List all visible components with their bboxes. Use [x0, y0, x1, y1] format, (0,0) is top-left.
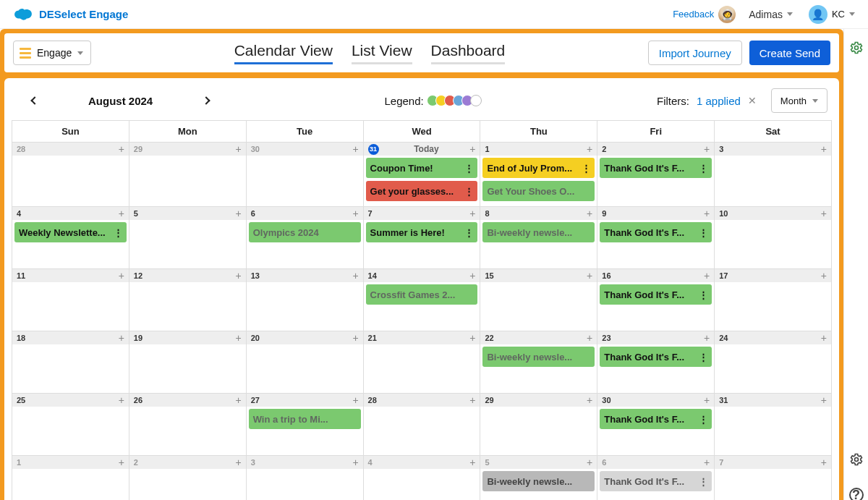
day-cell[interactable]: 3+: [715, 143, 832, 207]
day-cell[interactable]: 8+Bi-weekly newsle...: [480, 207, 597, 269]
calendar-event[interactable]: Thank God It's F...⋮: [600, 471, 712, 491]
add-event-button[interactable]: +: [469, 270, 475, 281]
add-event-button[interactable]: +: [587, 143, 592, 155]
add-event-button[interactable]: +: [821, 394, 827, 406]
calendar-event[interactable]: Olympics 2024: [249, 222, 361, 242]
add-event-button[interactable]: +: [119, 143, 124, 155]
event-menu-icon[interactable]: ⋮: [696, 352, 707, 363]
calendar-event[interactable]: Win a trip to Mi...: [249, 409, 361, 429]
add-event-button[interactable]: +: [704, 270, 710, 281]
add-event-button[interactable]: +: [236, 270, 242, 281]
day-cell[interactable]: 2+Thank God It's F...⋮: [597, 143, 715, 207]
clear-filters-icon[interactable]: ✕: [748, 95, 757, 106]
day-cell[interactable]: 30+: [247, 143, 364, 207]
add-event-button[interactable]: +: [587, 457, 592, 468]
day-cell[interactable]: 31+: [715, 394, 832, 456]
event-menu-icon[interactable]: ⋮: [461, 186, 473, 197]
help-icon[interactable]: ?: [849, 488, 864, 500]
calendar-event[interactable]: Bi-weekly newsle...: [482, 222, 595, 242]
day-cell[interactable]: 7+Summer is Here!⋮: [364, 207, 481, 269]
day-cell[interactable]: 16+Thank God It's F...⋮: [597, 269, 715, 331]
day-cell[interactable]: 22+Bi-weekly newsle...: [480, 331, 597, 394]
event-menu-icon[interactable]: ⋮: [696, 414, 707, 425]
user-menu[interactable]: Adimas: [749, 9, 793, 20]
calendar-event[interactable]: Bi-weekly newsle...: [482, 471, 595, 491]
event-menu-icon[interactable]: ⋮: [111, 227, 122, 238]
import-journey-button[interactable]: Import Journey: [648, 41, 742, 65]
day-cell[interactable]: 5+Bi-weekly newsle...: [480, 456, 597, 500]
create-send-button[interactable]: Create Send: [749, 41, 830, 65]
day-cell[interactable]: 6+Thank God It's F...⋮: [597, 456, 715, 500]
calendar-event[interactable]: Thank God It's F...⋮: [600, 158, 712, 178]
day-cell[interactable]: 27+Win a trip to Mi...: [247, 394, 364, 456]
tab-list-view[interactable]: List View: [352, 42, 412, 64]
day-cell[interactable]: 7+: [715, 456, 832, 500]
add-event-button[interactable]: +: [587, 394, 592, 406]
day-cell[interactable]: 14+Crossfit Games 2...: [364, 269, 481, 331]
add-event-button[interactable]: +: [704, 394, 710, 406]
add-event-button[interactable]: +: [352, 332, 358, 344]
day-cell[interactable]: 9+Thank God It's F...⋮: [597, 207, 715, 269]
add-event-button[interactable]: +: [236, 394, 242, 406]
add-event-button[interactable]: +: [469, 143, 475, 155]
day-cell[interactable]: 1+End of July Prom...⋮Get Your Shoes O..…: [480, 143, 597, 207]
event-menu-icon[interactable]: ⋮: [696, 227, 707, 238]
feedback-link[interactable]: Feedback: [673, 9, 714, 20]
add-event-button[interactable]: +: [236, 332, 242, 344]
add-event-button[interactable]: +: [704, 332, 710, 344]
add-event-button[interactable]: +: [352, 457, 358, 468]
day-cell[interactable]: 17+: [715, 269, 832, 331]
add-event-button[interactable]: +: [119, 394, 124, 406]
filters-value[interactable]: 1 applied: [697, 95, 741, 107]
day-cell[interactable]: 3+: [247, 456, 364, 500]
day-cell[interactable]: 15+: [480, 269, 597, 331]
org-menu[interactable]: 👤 KC: [809, 5, 855, 24]
add-event-button[interactable]: +: [587, 208, 592, 219]
add-event-button[interactable]: +: [821, 208, 827, 219]
calendar-event[interactable]: Thank God It's F...⋮: [600, 347, 712, 367]
settings-gear-icon[interactable]: [849, 41, 864, 57]
add-event-button[interactable]: +: [119, 457, 124, 468]
day-cell[interactable]: 4+Weekly Newslette...⋮: [12, 207, 129, 269]
day-cell[interactable]: 19+: [129, 331, 247, 394]
day-cell[interactable]: 29+: [129, 143, 247, 207]
add-event-button[interactable]: +: [587, 270, 592, 281]
day-cell[interactable]: 31Today+Coupon Time!⋮Get your glasses...…: [364, 143, 481, 207]
calendar-event[interactable]: Thank God It's F...⋮: [600, 284, 712, 305]
add-event-button[interactable]: +: [704, 208, 710, 219]
day-cell[interactable]: 28+: [364, 394, 481, 456]
add-event-button[interactable]: +: [469, 208, 475, 219]
day-cell[interactable]: 20+: [247, 331, 364, 394]
period-selector[interactable]: Month: [771, 88, 827, 113]
add-event-button[interactable]: +: [469, 457, 475, 468]
calendar-event[interactable]: Summer is Here!⋮: [366, 222, 478, 242]
prev-month-button[interactable]: [30, 96, 38, 104]
calendar-event[interactable]: Coupon Time!⋮: [366, 158, 478, 178]
add-event-button[interactable]: +: [236, 457, 242, 468]
day-cell[interactable]: 21+: [364, 331, 481, 394]
day-cell[interactable]: 23+Thank God It's F...⋮: [597, 331, 715, 394]
add-event-button[interactable]: +: [704, 143, 710, 155]
calendar-event[interactable]: Crossfit Games 2...: [366, 284, 478, 305]
event-menu-icon[interactable]: ⋮: [461, 163, 473, 174]
add-event-button[interactable]: +: [119, 208, 124, 219]
calendar-event[interactable]: Bi-weekly newsle...: [482, 347, 595, 367]
add-event-button[interactable]: +: [469, 394, 475, 406]
add-event-button[interactable]: +: [119, 270, 124, 281]
add-event-button[interactable]: +: [236, 208, 242, 219]
add-event-button[interactable]: +: [119, 332, 124, 344]
add-event-button[interactable]: +: [469, 332, 475, 344]
day-cell[interactable]: 30+Thank God It's F...⋮: [597, 394, 715, 456]
day-cell[interactable]: 5+: [129, 207, 247, 269]
calendar-event[interactable]: End of July Prom...⋮: [482, 158, 595, 178]
tab-dashboard[interactable]: Dashboard: [431, 42, 506, 64]
add-event-button[interactable]: +: [352, 394, 358, 406]
calendar-event[interactable]: Thank God It's F...⋮: [600, 222, 712, 242]
event-menu-icon[interactable]: ⋮: [696, 476, 707, 487]
day-cell[interactable]: 18+: [12, 331, 129, 394]
tab-calendar-view[interactable]: Calendar View: [234, 42, 333, 64]
event-menu-icon[interactable]: ⋮: [579, 163, 590, 174]
event-menu-icon[interactable]: ⋮: [696, 163, 707, 174]
legend-swatches[interactable]: [430, 95, 482, 106]
module-selector[interactable]: Engage: [13, 41, 91, 65]
